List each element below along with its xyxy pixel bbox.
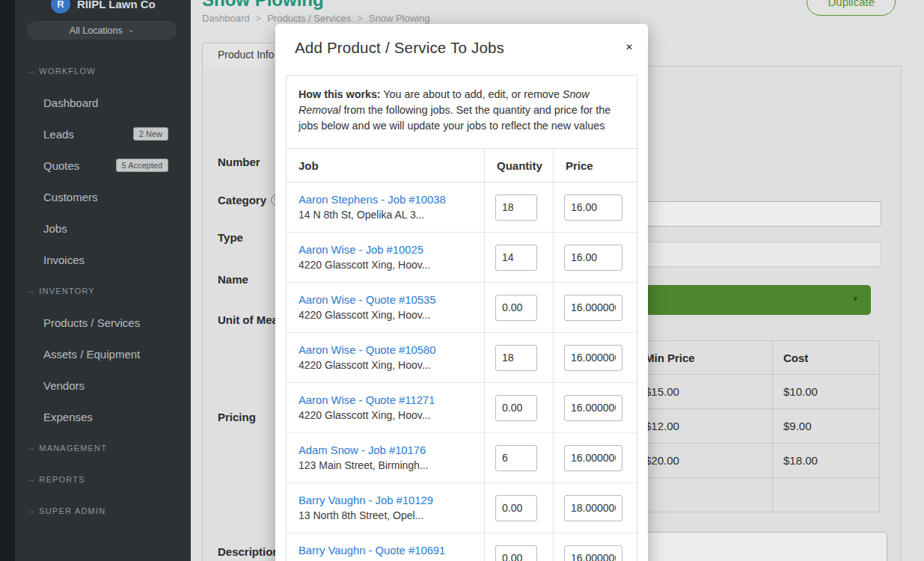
price-cell <box>553 233 637 282</box>
job-address: 123 Main Street, Birmingh... <box>299 459 484 471</box>
price-cell <box>553 433 637 482</box>
job-row: Aaron Wise - Quote #10580 4220 Glasscott… <box>287 333 637 383</box>
job-address: 4220 Glasscott Xing, Hoov... <box>299 359 484 371</box>
quantity-input[interactable] <box>495 295 537 321</box>
modal-job-rows: Aaron Stephens - Job #10038 14 N 8th St,… <box>287 183 637 561</box>
price-input[interactable] <box>564 445 622 471</box>
job-cell: Adam Snow - Job #10176 123 Main Street, … <box>287 433 484 482</box>
price-cell <box>553 333 637 382</box>
price-input[interactable] <box>564 295 622 321</box>
help-text-2: from the following jobs. Set the quantit… <box>299 104 611 132</box>
job-link[interactable]: Barry Vaughn - Quote #10691 <box>299 545 484 557</box>
job-table-header: Job Quantity Price <box>287 148 637 183</box>
help-text-1: You are about to add, edit, or remove <box>381 88 563 100</box>
modal-title: Add Product / Service To Jobs <box>295 39 628 57</box>
job-link[interactable]: Adam Snow - Job #10176 <box>299 444 484 456</box>
price-cell <box>553 183 637 232</box>
price-input[interactable] <box>564 395 622 421</box>
job-cell: Aaron Wise - Quote #10535 4220 Glasscott… <box>287 283 484 332</box>
app-root: R RIIPL Lawn Co All Locations ⌄ WORKFLOW… <box>0 0 924 561</box>
job-address: 4220 Glasscott Xing, Hoov... <box>299 259 484 271</box>
price-cell <box>553 283 637 332</box>
price-input[interactable] <box>564 545 622 561</box>
quantity-cell <box>484 183 553 232</box>
quantity-cell <box>484 333 553 382</box>
price-cell <box>553 533 637 561</box>
price-input[interactable] <box>564 245 622 271</box>
job-cell: Barry Vaughn - Job #10129 13 North 8th S… <box>287 483 484 533</box>
quantity-input[interactable] <box>495 495 537 521</box>
quantity-input[interactable] <box>495 545 537 561</box>
job-row: Aaron Wise - Quote #10535 4220 Glasscott… <box>287 283 637 333</box>
job-link[interactable]: Aaron Wise - Quote #10580 <box>299 344 484 356</box>
job-cell: Barry Vaughn - Quote #10691 14 North 8th… <box>287 533 484 561</box>
help-bold: How this works: <box>299 88 381 100</box>
job-row: Aaron Wise - Quote #11271 4220 Glasscott… <box>287 383 637 433</box>
quantity-input[interactable] <box>495 345 537 371</box>
job-row: Barry Vaughn - Quote #10691 14 North 8th… <box>287 533 637 561</box>
quantity-cell <box>484 383 553 432</box>
job-cell: Aaron Wise - Quote #11271 4220 Glasscott… <box>287 383 484 432</box>
job-link[interactable]: Aaron Wise - Job #10025 <box>299 244 484 256</box>
price-input[interactable] <box>564 345 622 371</box>
job-cell: Aaron Wise - Quote #10580 4220 Glasscott… <box>287 333 484 382</box>
job-link[interactable]: Aaron Wise - Quote #11271 <box>299 394 484 406</box>
price-input[interactable] <box>564 194 622 221</box>
job-row: Aaron Wise - Job #10025 4220 Glasscott X… <box>287 233 637 283</box>
job-cell: Aaron Wise - Job #10025 4220 Glasscott X… <box>287 233 484 282</box>
job-address: 14 N 8th St, Opelika AL 3... <box>299 209 484 221</box>
job-link[interactable]: Aaron Stephens - Job #10038 <box>299 194 484 206</box>
quantity-cell <box>484 533 553 561</box>
job-col-header: Job <box>287 149 484 182</box>
price-cell <box>553 483 637 533</box>
quantity-input[interactable] <box>495 194 537 221</box>
job-cell: Aaron Stephens - Job #10038 14 N 8th St,… <box>287 183 484 232</box>
quantity-cell <box>484 483 553 533</box>
job-address: 4220 Glasscott Xing, Hoov... <box>299 309 484 321</box>
quantity-col-header: Quantity <box>484 149 553 182</box>
add-product-modal: Add Product / Service To Jobs ✕ How this… <box>275 24 648 561</box>
modal-help-text: How this works: You are about to add, ed… <box>287 76 637 148</box>
modal-body: How this works: You are about to add, ed… <box>286 75 637 561</box>
job-link[interactable]: Barry Vaughn - Job #10129 <box>299 494 484 506</box>
job-row: Barry Vaughn - Job #10129 13 North 8th S… <box>287 483 637 533</box>
modal-header: Add Product / Service To Jobs ✕ <box>275 24 648 57</box>
job-address: 13 North 8th Street, Opel... <box>299 509 484 521</box>
quantity-input[interactable] <box>495 245 537 271</box>
price-cell <box>553 383 637 432</box>
job-row: Aaron Stephens - Job #10038 14 N 8th St,… <box>287 183 637 233</box>
job-address: 4220 Glasscott Xing, Hoov... <box>299 409 484 421</box>
price-col-header: Price <box>553 149 637 182</box>
quantity-cell <box>484 283 553 332</box>
close-icon[interactable]: ✕ <box>625 42 633 52</box>
quantity-input[interactable] <box>495 395 537 421</box>
quantity-cell <box>484 233 553 282</box>
quantity-input[interactable] <box>495 445 537 471</box>
job-row: Adam Snow - Job #10176 123 Main Street, … <box>287 433 637 483</box>
job-link[interactable]: Aaron Wise - Quote #10535 <box>299 294 484 306</box>
price-input[interactable] <box>564 495 622 521</box>
quantity-cell <box>484 433 553 482</box>
